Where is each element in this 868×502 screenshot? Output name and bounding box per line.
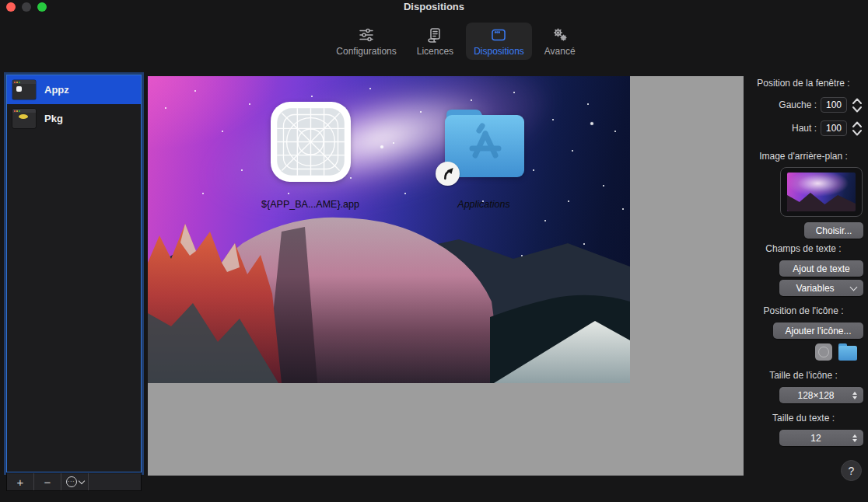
chevron-down-icon bbox=[850, 283, 858, 291]
left-label: Gauche : bbox=[779, 99, 817, 110]
tab-configurations[interactable]: Configurations bbox=[328, 23, 404, 60]
icon-size-title: Taille de l'icône : bbox=[769, 370, 838, 382]
tab-label: Avancé bbox=[544, 46, 576, 57]
toolbar: Configurations Licences Dispositions bbox=[0, 16, 868, 67]
top-value-field[interactable] bbox=[821, 120, 847, 136]
top-label: Haut : bbox=[792, 123, 817, 134]
text-size-title: Taille du texte : bbox=[772, 413, 835, 424]
layout-thumbnail bbox=[12, 80, 36, 99]
background-image-well[interactable] bbox=[780, 167, 863, 217]
applications-label: Applications bbox=[406, 199, 562, 210]
list-item-appz[interactable]: Appz bbox=[7, 75, 141, 104]
icon-size-value: 128×128 bbox=[779, 390, 852, 401]
inspector-panel: Position de la fenêtre : Gauche : Haut :… bbox=[744, 75, 868, 494]
window-layout-icon bbox=[489, 26, 508, 44]
add-layout-button[interactable]: + bbox=[7, 473, 34, 490]
stepper-down[interactable] bbox=[852, 130, 863, 136]
text-fields-title: Champs de texte : bbox=[765, 243, 841, 255]
gears-icon bbox=[551, 26, 569, 44]
left-position-row: Gauche : bbox=[779, 96, 863, 113]
licence-scroll-icon bbox=[425, 26, 444, 44]
app-icon-label: ${APP_BA...AME}.app bbox=[233, 199, 388, 210]
layouts-list: Appz Pkg bbox=[6, 75, 142, 472]
add-text-button[interactable]: Ajout de texte bbox=[779, 260, 863, 277]
window-title: Dispositions bbox=[0, 1, 868, 12]
layout-name: Appz bbox=[44, 84, 69, 96]
dmg-window-preview[interactable]: ${APP_BA...AME}.app bbox=[148, 76, 630, 383]
icon-position-title: Position de l'icône : bbox=[763, 305, 843, 317]
left-stepper bbox=[851, 98, 863, 113]
background-image-title: Image d'arrière-plan : bbox=[759, 151, 848, 162]
app-icon-placeholder-small[interactable] bbox=[815, 343, 832, 361]
chevron-down-icon bbox=[78, 478, 84, 484]
left-value-field[interactable] bbox=[821, 97, 847, 113]
ellipsis-circle-icon: ··· bbox=[66, 476, 77, 487]
updown-arrows-icon bbox=[852, 434, 857, 442]
tab-label: Licences bbox=[417, 46, 453, 57]
stepper-up[interactable] bbox=[852, 121, 863, 127]
variables-dropdown-label: Variables bbox=[779, 283, 851, 294]
titlebar: Dispositions bbox=[0, 0, 868, 16]
tab-dispositions[interactable]: Dispositions bbox=[466, 23, 532, 60]
tab-label: Configurations bbox=[336, 46, 396, 57]
layout-canvas: ${APP_BA...AME}.app bbox=[148, 76, 744, 476]
choose-background-button[interactable]: Choisir... bbox=[804, 222, 863, 239]
alias-arrow-badge bbox=[436, 162, 460, 186]
list-item-pkg[interactable]: Pkg bbox=[7, 104, 141, 133]
icon-list bbox=[815, 343, 857, 361]
icon-size-select[interactable]: 128×128 bbox=[779, 387, 863, 403]
list-action-bar: + − ··· bbox=[6, 472, 142, 491]
stepper-up[interactable] bbox=[852, 98, 863, 104]
top-position-row: Haut : bbox=[792, 120, 863, 137]
tab-licences[interactable]: Licences bbox=[409, 23, 461, 60]
variables-dropdown[interactable]: Variables bbox=[779, 280, 863, 296]
action-menu-button[interactable]: ··· bbox=[61, 473, 89, 490]
tab-avance[interactable]: Avancé bbox=[537, 23, 583, 60]
text-size-value: 12 bbox=[779, 433, 852, 444]
stepper-down[interactable] bbox=[852, 106, 863, 113]
tab-label: Dispositions bbox=[474, 46, 524, 57]
sliders-icon bbox=[357, 26, 376, 44]
app-window: Dispositions Configurations Licences bbox=[0, 0, 868, 502]
app-placeholder-icon[interactable] bbox=[271, 102, 351, 182]
text-size-select[interactable]: 12 bbox=[779, 430, 863, 446]
layout-name: Pkg bbox=[44, 113, 63, 124]
background-image-thumbnail bbox=[787, 173, 856, 211]
top-stepper bbox=[851, 121, 863, 136]
applications-folder-small[interactable] bbox=[838, 346, 857, 361]
layout-thumbnail bbox=[12, 109, 36, 128]
updown-arrows-icon bbox=[852, 392, 857, 399]
applications-folder-icon[interactable] bbox=[440, 101, 529, 182]
mountains-graphic bbox=[148, 76, 630, 383]
remove-layout-button[interactable]: − bbox=[34, 473, 61, 490]
window-position-title: Position de la fenêtre : bbox=[757, 78, 849, 89]
help-button[interactable]: ? bbox=[841, 460, 862, 481]
add-icon-button[interactable]: Ajouter l'icône... bbox=[773, 322, 863, 339]
